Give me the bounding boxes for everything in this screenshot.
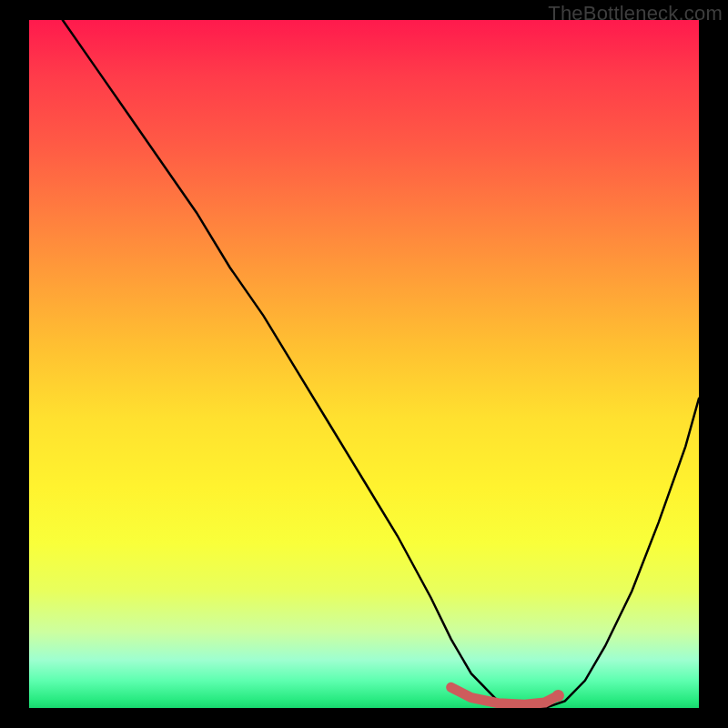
svg-point-0 (552, 690, 564, 702)
bottleneck-curve-path (63, 20, 699, 708)
chart-frame: TheBottleneck.com (0, 0, 728, 728)
sweet-spot-path (451, 687, 564, 704)
chart-svg (29, 20, 699, 708)
chart-gradient-area (29, 20, 699, 708)
watermark-text: TheBottleneck.com (548, 2, 723, 25)
